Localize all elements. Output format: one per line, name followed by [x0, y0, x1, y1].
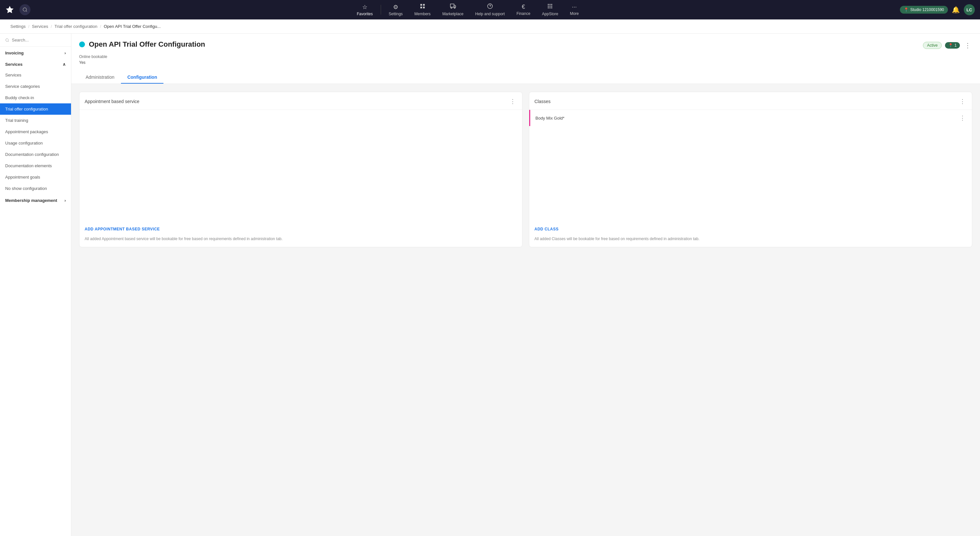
nav-help[interactable]: Help and support [470, 1, 510, 18]
breadcrumb-trial-offer[interactable]: Trial offer configuration [52, 19, 100, 33]
sidebar-search-container [0, 34, 71, 47]
card-appointment-menu-button[interactable]: ⋮ [509, 97, 517, 106]
sidebar-item-services[interactable]: Services [0, 69, 71, 81]
svg-rect-16 [548, 6, 549, 7]
nav-settings-label: Settings [389, 12, 403, 16]
nav-finance-label: Finance [517, 11, 531, 16]
sidebar-item-trial-training[interactable]: Trial training [0, 115, 71, 126]
sidebar-search-icon [5, 38, 9, 43]
nav-settings[interactable]: ⚙ Settings [383, 2, 408, 18]
sidebar-item-usage-config[interactable]: Usage configuration [0, 137, 71, 149]
favorites-icon: ☆ [362, 3, 368, 11]
user-avatar[interactable]: LC [964, 4, 975, 15]
svg-rect-19 [548, 8, 549, 8]
sidebar-item-documentation-config[interactable]: Documentation configuration [0, 149, 71, 160]
sidebar-section-membership[interactable]: Membership management › [0, 194, 71, 205]
help-icon [487, 3, 493, 11]
svg-rect-21 [551, 8, 552, 8]
studio-badge[interactable]: 📍 Studio 1210001590 [900, 6, 948, 14]
pin-icon: 📍 [948, 43, 953, 48]
members-icon [420, 3, 425, 11]
breadcrumb: Settings / Services / Trial offer config… [0, 19, 980, 34]
sidebar-item-appointment-goals[interactable]: Appointment goals [0, 171, 71, 183]
chevron-down-icon: ∧ [63, 62, 66, 67]
add-class-button[interactable]: ADD CLASS [535, 227, 559, 234]
marketplace-icon [450, 3, 456, 11]
appstore-icon [547, 3, 553, 11]
sidebar-section-invoicing[interactable]: Invoicing › [0, 47, 71, 58]
location-icon: 📍 [904, 8, 908, 12]
card-classes-menu-button[interactable]: ⋮ [958, 97, 967, 106]
search-button[interactable] [19, 4, 30, 15]
svg-rect-6 [423, 7, 425, 8]
nav-members[interactable]: Members [409, 1, 436, 18]
nav-help-label: Help and support [475, 12, 504, 16]
nav-finance[interactable]: € Finance [511, 2, 536, 18]
page-header-top: Open API Trial Offer Configuration Activ… [79, 40, 972, 54]
chevron-right-icon-membership: › [65, 198, 66, 203]
sidebar-invoicing-label: Invoicing [5, 51, 24, 56]
nav-more-label: More [570, 11, 579, 16]
sidebar-item-service-categories[interactable]: Service categories [0, 81, 71, 92]
notification-button[interactable]: 🔔 [952, 6, 960, 14]
tab-configuration[interactable]: Configuration [121, 71, 164, 84]
main-layout: Invoicing › Services ∧ Services Service … [0, 34, 980, 536]
sidebar-item-trial-offer-config[interactable]: Trial offer configuration [0, 103, 71, 115]
svg-rect-15 [551, 4, 552, 5]
card-appointment-body [80, 110, 522, 221]
svg-point-9 [451, 7, 452, 8]
main-content: Open API Trial Offer Configuration Activ… [72, 34, 980, 536]
add-appointment-service-button[interactable]: ADD APPOINTMENT BASED SERVICE [84, 227, 160, 234]
breadcrumb-settings[interactable]: Settings [8, 19, 28, 33]
cards-area: Appointment based service ⋮ ADD APPOINTM… [79, 92, 972, 247]
list-item-body-mix-gold[interactable]: Body Mix Gold* ⋮ [529, 110, 972, 126]
page-title: Open API Trial Offer Configuration [89, 40, 205, 49]
card-appointment-title: Appointment based service [84, 99, 140, 104]
nav-appstore-label: AppStore [542, 12, 558, 16]
card-appointment-based-service: Appointment based service ⋮ ADD APPOINTM… [79, 92, 522, 247]
sidebar-search-input[interactable] [12, 38, 66, 43]
online-bookable-label: Online bookable [79, 54, 972, 60]
svg-rect-17 [550, 6, 550, 7]
card-classes: Classes ⋮ Body Mix Gold* ⋮ ADD CLASS All… [529, 92, 972, 247]
breadcrumb-open-api[interactable]: Open API Trial Offer Configu... [101, 19, 163, 33]
count-value: 1 [955, 43, 957, 48]
nav-favorites-label: Favorites [357, 12, 372, 16]
svg-rect-13 [548, 4, 549, 5]
sidebar-item-no-show-config[interactable]: No show configuration [0, 183, 71, 194]
svg-marker-0 [6, 6, 13, 13]
sidebar-item-appointment-packages[interactable]: Appointment packages [0, 126, 71, 137]
svg-marker-8 [454, 5, 456, 7]
add-class-description: All added Classes will be bookable for f… [535, 236, 967, 242]
page-more-button[interactable]: ⋮ [963, 40, 972, 51]
page-title-row: Open API Trial Offer Configuration [79, 40, 205, 49]
svg-rect-3 [420, 4, 422, 5]
nav-separator [381, 5, 381, 14]
online-bookable-value: Yes [79, 60, 972, 70]
nav-appstore[interactable]: AppStore [537, 1, 563, 18]
svg-line-2 [26, 11, 27, 12]
sidebar-membership-label: Membership management [5, 198, 57, 203]
nav-more[interactable]: ··· More [565, 2, 584, 18]
card-classes-body: Body Mix Gold* ⋮ [529, 110, 972, 221]
body-mix-gold-menu-button[interactable]: ⋮ [958, 114, 967, 122]
add-appointment-description: All added Appointment based service will… [84, 236, 517, 242]
sidebar-item-documentation-elements[interactable]: Documentation elements [0, 160, 71, 171]
sidebar-item-buddy-checkin[interactable]: Buddy check-in [0, 92, 71, 103]
studio-name: Studio 1210001590 [910, 8, 944, 12]
breadcrumb-services[interactable]: Services [30, 19, 51, 33]
count-badge: 📍 1 [945, 42, 960, 49]
svg-rect-18 [551, 6, 552, 7]
svg-rect-14 [550, 4, 550, 5]
page-header: Open API Trial Offer Configuration Activ… [72, 34, 980, 84]
logo-icon[interactable] [5, 5, 14, 14]
nav-favorites[interactable]: ☆ Favorites [352, 2, 378, 18]
nav-marketplace[interactable]: Marketplace [437, 1, 469, 18]
card-classes-header: Classes ⋮ [529, 92, 972, 110]
body-mix-gold-label: Body Mix Gold* [535, 116, 565, 121]
tab-administration[interactable]: Administration [79, 71, 121, 84]
sidebar-section-services[interactable]: Services ∧ [0, 58, 71, 69]
active-badge: Active [923, 42, 942, 49]
sidebar-services-label: Services [5, 62, 23, 67]
tabs: Administration Configuration [79, 71, 972, 84]
